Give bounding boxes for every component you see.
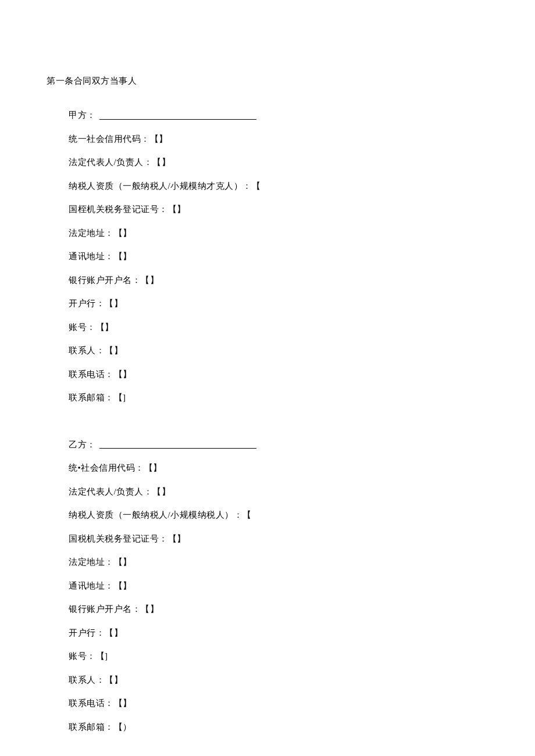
party-b-field: 联系邮箱：【）	[69, 721, 488, 734]
party-b-field: 法定地址：【】	[69, 556, 488, 569]
section-title: 第一条合同双方当事人	[47, 76, 488, 87]
party-b-heading-line: 乙方：	[69, 438, 488, 452]
party-b-field: 联系电话：【】	[69, 697, 488, 710]
party-b-field: 法定代表人/负责人：【】	[69, 485, 488, 499]
party-a-underline	[99, 119, 256, 120]
party-b-block: 乙方： 统•社会信用代码：【】 法定代表人/负责人：【】 纳税人资质（一般纳税人…	[47, 438, 488, 734]
party-a-field: 账号：【】	[69, 321, 488, 334]
party-a-heading-line: 甲方：	[69, 109, 488, 122]
block-spacer	[47, 415, 488, 438]
party-a-field: 国桎机关税务登记证号：【】	[69, 203, 488, 216]
party-b-field: 开户行：【】	[69, 626, 488, 640]
party-a-field: 纳税人资质（一般纳税人/小规模纳才克人）：【	[69, 180, 488, 193]
party-a-field: 统一社会信用代码：【】	[69, 132, 488, 146]
document-page: 第一条合同双方当事人 甲方： 统一社会信用代码：【】 法定代表人/负责人：【】 …	[0, 0, 535, 756]
party-a-field: 联系电话：【】	[69, 368, 488, 381]
party-a-field: 开户行：【】	[69, 297, 488, 310]
party-b-underline	[99, 448, 256, 449]
party-a-field: 通讯地址：【】	[69, 250, 488, 263]
party-a-field: 银行账户开户名：【】	[69, 274, 488, 287]
party-a-field: 联系人：【】	[69, 344, 488, 357]
party-a-block: 甲方： 统一社会信用代码：【】 法定代表人/负责人：【】 纳税人资质（一般纳税人…	[47, 109, 488, 404]
party-b-field: 通讯地址：【】	[69, 579, 488, 593]
party-a-field: 法定地址：【】	[69, 227, 488, 240]
party-a-label: 甲方：	[69, 109, 96, 122]
party-b-field: 统•社会信用代码：【】	[69, 461, 488, 475]
party-b-field: 账号：【]	[69, 650, 488, 663]
party-b-field: 国税机关税务登记证号：【】	[69, 532, 488, 546]
party-a-field: 法定代表人/负责人：【】	[69, 156, 488, 169]
party-a-field: 联系邮箱：【]	[69, 391, 488, 404]
party-b-field: 纳税人资质（一般纳税人/小规模纳税人）：【	[69, 508, 488, 522]
party-b-label: 乙方：	[69, 438, 96, 452]
party-b-field: 联系人：【】	[69, 673, 488, 687]
party-b-field: 银行账户开户名：【】	[69, 603, 488, 616]
